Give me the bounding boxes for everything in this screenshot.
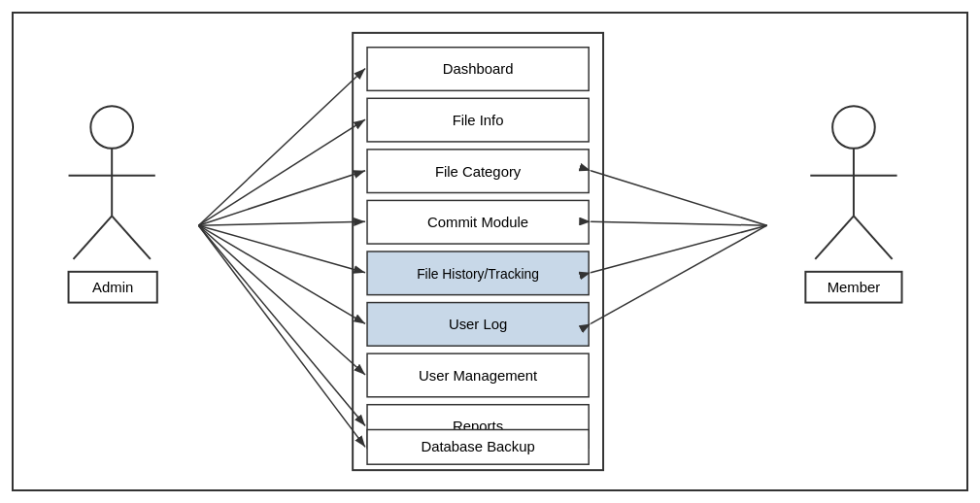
admin-label: Admin [92,280,133,295]
svg-line-26 [198,225,365,273]
svg-line-22 [198,69,365,226]
svg-line-30 [198,225,365,447]
svg-line-33 [591,225,767,273]
usecase-file-history: File History/Tracking [417,266,539,282]
svg-line-28 [198,225,365,375]
svg-line-14 [112,216,151,259]
usecase-database-backup: Database Backup [421,439,534,454]
usecase-file-category: File Category [435,164,522,180]
svg-line-24 [198,171,365,226]
svg-line-34 [591,225,767,323]
diagram-container: Dashboard File Info File Category Commit… [12,12,968,491]
svg-line-31 [591,171,767,226]
usecase-commit-module: Commit Module [427,215,528,230]
svg-line-20 [854,216,893,259]
usecase-file-info: File Info [453,113,504,128]
svg-line-25 [198,221,365,225]
usecase-dashboard: Dashboard [443,61,514,77]
svg-line-29 [198,225,365,425]
svg-line-13 [74,216,113,259]
member-label: Member [828,280,881,295]
svg-line-23 [198,119,365,225]
usecase-user-log: User Log [449,317,507,332]
usecase-user-management: User Management [419,368,538,384]
svg-point-16 [832,106,875,149]
svg-point-10 [90,106,133,149]
svg-line-27 [198,225,365,323]
svg-line-32 [591,221,767,225]
svg-line-19 [815,216,854,259]
